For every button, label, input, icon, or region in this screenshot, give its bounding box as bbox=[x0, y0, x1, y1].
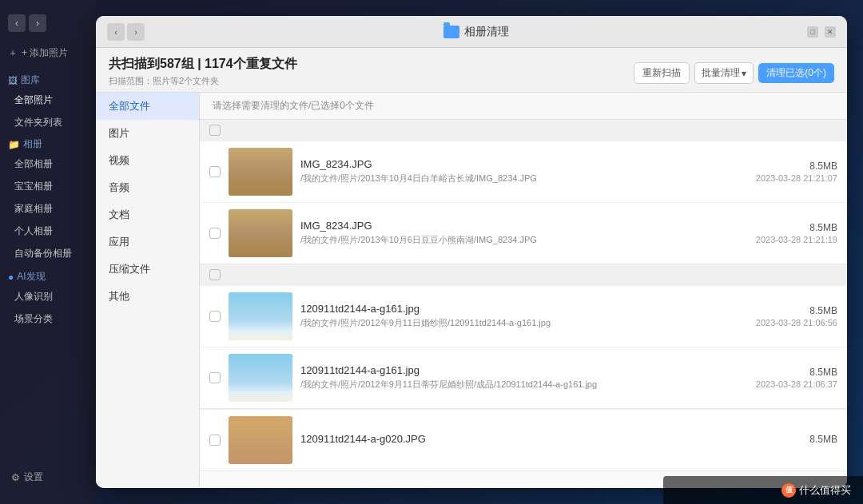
gear-icon: ⚙ bbox=[11, 472, 20, 483]
file-thumbnail bbox=[229, 209, 292, 257]
file-date: 2023-03-28 21:06:56 bbox=[756, 318, 837, 327]
file-list-header: 请选择需要清理的文件/已选择0个文件 bbox=[200, 93, 847, 120]
file-meta: 8.5MB 2023-03-28 21:06:37 bbox=[756, 367, 837, 389]
watermark-text: 什么值得买 bbox=[799, 483, 851, 498]
filter-other[interactable]: 其他 bbox=[96, 283, 199, 310]
file-checkbox[interactable] bbox=[209, 311, 221, 322]
file-path: /我的文件/照片/2012年9月11日婚纱照/120911td2144-a-g1… bbox=[300, 317, 748, 329]
file-checkbox[interactable] bbox=[209, 372, 221, 383]
filter-zip[interactable]: 压缩文件 bbox=[96, 256, 199, 283]
file-meta: 8.5MB bbox=[809, 434, 837, 446]
library-icon: 🖼 bbox=[8, 75, 18, 86]
sidebar-item-auto-backup[interactable]: 自动备份相册 bbox=[3, 243, 93, 264]
add-photos-button[interactable]: ＋ + 添加照片 bbox=[0, 42, 96, 64]
dup-group-1: IMG_8234.JPG /我的文件/照片/2013年10月4日白羊峪古长城/I… bbox=[200, 120, 847, 264]
sidebar-item-face-recognition[interactable]: 人像识别 bbox=[3, 286, 93, 308]
file-name: IMG_8234.JPG bbox=[300, 220, 748, 232]
content-area: 全部文件 图片 视频 音频 文档 应用 压缩文件 其他 请选择需要清理的文件/已… bbox=[96, 93, 847, 488]
sidebar-item-scene-classification[interactable]: 场景分类 bbox=[3, 308, 93, 330]
file-size: 8.5MB bbox=[756, 222, 837, 233]
file-path: /我的文件/照片/2012年9月11日蒂芬尼婚纱照/成品/120911td214… bbox=[300, 379, 748, 391]
filter-docs[interactable]: 文档 bbox=[96, 201, 199, 228]
file-info: 120911td2144-a-g161.jpg /我的文件/照片/2012年9月… bbox=[300, 364, 748, 391]
group-1-header bbox=[200, 120, 847, 141]
ai-section-label: ● AI发现 bbox=[0, 265, 96, 285]
action-buttons: 重新扫描 批量清理 ▾ 清理已选(0个) bbox=[634, 62, 834, 84]
file-item[interactable]: IMG_8234.JPG /我的文件/照片/2013年10月4日白羊峪古长城/I… bbox=[200, 141, 847, 202]
filter-panel: 全部文件 图片 视频 音频 文档 应用 压缩文件 其他 bbox=[96, 93, 200, 488]
sidebar-item-personal-album[interactable]: 个人相册 bbox=[3, 220, 93, 242]
file-info: IMG_8234.JPG /我的文件/照片/2013年10月6日豆豆小熊南湖/I… bbox=[300, 220, 748, 246]
group-2-checkbox[interactable] bbox=[209, 269, 221, 280]
file-size: 8.5MB bbox=[756, 161, 837, 172]
window-forward-button[interactable]: › bbox=[127, 23, 145, 41]
sidebar-item-family-album[interactable]: 家庭相册 bbox=[3, 198, 93, 220]
file-date: 2023-03-28 21:06:37 bbox=[756, 379, 837, 389]
window-title: 相册清理 bbox=[464, 25, 509, 39]
settings-button[interactable]: ⚙ 设置 bbox=[0, 466, 96, 488]
folder-icon bbox=[443, 26, 459, 38]
scan-header: 共扫描到587组 | 1174个重复文件 扫描范围：照片等2个文件夹 重新扫描 … bbox=[96, 48, 847, 93]
title-bar-right: □ ✕ bbox=[807, 26, 836, 38]
file-meta: 8.5MB 2023-03-28 21:06:56 bbox=[756, 305, 837, 327]
file-info: 120911td2144-a-g020.JPG bbox=[300, 433, 801, 447]
filter-apps[interactable]: 应用 bbox=[96, 228, 199, 256]
filter-videos[interactable]: 视频 bbox=[96, 147, 199, 174]
ai-icon: ● bbox=[8, 272, 14, 283]
album-icon: 📁 bbox=[8, 139, 20, 150]
filter-all-files[interactable]: 全部文件 bbox=[96, 93, 199, 120]
dup-group-2: 120911td2144-a-g161.jpg /我的文件/照片/2012年9月… bbox=[200, 264, 847, 409]
filter-audio[interactable]: 音频 bbox=[96, 174, 199, 201]
file-meta: 8.5MB 2023-03-28 21:21:07 bbox=[756, 161, 837, 183]
file-item[interactable]: IMG_8234.JPG /我的文件/照片/2013年10月6日豆豆小熊南湖/I… bbox=[200, 202, 847, 264]
minimize-button[interactable]: □ bbox=[807, 26, 818, 38]
file-size: 8.5MB bbox=[756, 367, 837, 378]
file-thumbnail bbox=[229, 354, 292, 402]
title-bar: ‹ › 相册清理 □ ✕ bbox=[96, 16, 847, 48]
file-list-panel: 请选择需要清理的文件/已选择0个文件 IMG_8234.JPG bbox=[200, 93, 847, 488]
file-name: IMG_8234.JPG bbox=[300, 158, 748, 170]
file-name: 120911td2144-a-g020.JPG bbox=[300, 433, 801, 445]
window-back-button[interactable]: ‹ bbox=[107, 23, 125, 41]
file-thumbnail bbox=[229, 416, 292, 464]
file-meta: 8.5MB 2023-03-28 21:21:19 bbox=[756, 222, 837, 244]
dropdown-arrow-icon: ▾ bbox=[742, 68, 746, 79]
sidebar-item-all-photos[interactable]: 全部照片 bbox=[3, 89, 93, 111]
file-checkbox[interactable] bbox=[209, 228, 221, 239]
file-item[interactable]: 120911td2144-a-g161.jpg /我的文件/照片/2012年9月… bbox=[200, 285, 847, 347]
sidebar-nav: ‹ › bbox=[0, 8, 96, 38]
sidebar-item-folder-list[interactable]: 文件夹列表 bbox=[3, 112, 93, 133]
batch-clean-button[interactable]: 批量清理 ▾ bbox=[694, 62, 754, 84]
file-size: 8.5MB bbox=[809, 434, 837, 445]
clean-selected-button[interactable]: 清理已选(0个) bbox=[758, 63, 834, 83]
album-section-label: 📁 相册 bbox=[0, 134, 96, 153]
file-info: 120911td2144-a-g161.jpg /我的文件/照片/2012年9月… bbox=[300, 303, 748, 329]
main-window: ‹ › 相册清理 □ ✕ 共扫描到587组 | 1174个重复文件 扫描范围：照… bbox=[96, 16, 847, 488]
sidebar-item-baby-album[interactable]: 宝宝相册 bbox=[3, 176, 93, 197]
scan-title: 共扫描到587组 | 1174个重复文件 bbox=[109, 56, 297, 73]
watermark-bar: 值 什么值得买 bbox=[663, 476, 863, 504]
title-bar-center: 相册清理 bbox=[443, 25, 509, 39]
file-thumbnail bbox=[229, 148, 292, 196]
group-1-checkbox[interactable] bbox=[209, 125, 221, 136]
file-checkbox[interactable] bbox=[209, 166, 221, 177]
filter-images[interactable]: 图片 bbox=[96, 120, 199, 147]
file-checkbox[interactable] bbox=[209, 435, 221, 446]
file-path: /我的文件/照片/2013年10月4日白羊峪古长城/IMG_8234.JPG bbox=[300, 173, 748, 185]
file-info: IMG_8234.JPG /我的文件/照片/2013年10月4日白羊峪古长城/I… bbox=[300, 158, 748, 185]
file-date: 2023-03-28 21:21:19 bbox=[756, 235, 837, 244]
plus-icon: ＋ bbox=[8, 46, 18, 60]
file-item[interactable]: 120911td2144-a-g020.JPG 8.5MB bbox=[200, 409, 847, 470]
sidebar: ‹ › ＋ + 添加照片 🖼 图库 全部照片 文件夹列表 📁 相册 全部相册 宝… bbox=[0, 0, 96, 504]
file-item[interactable]: 120911td2144-a-g161.jpg /我的文件/照片/2012年9月… bbox=[200, 347, 847, 408]
rescan-button[interactable]: 重新扫描 bbox=[634, 62, 690, 84]
group-2-header bbox=[200, 264, 847, 285]
nav-back-icon[interactable]: ‹ bbox=[8, 14, 26, 32]
nav-forward-icon[interactable]: › bbox=[29, 14, 46, 32]
file-thumbnail bbox=[229, 292, 292, 340]
file-name: 120911td2144-a-g161.jpg bbox=[300, 364, 748, 376]
sidebar-item-all-albums[interactable]: 全部相册 bbox=[3, 153, 93, 175]
file-name: 120911td2144-a-g161.jpg bbox=[300, 303, 748, 315]
close-button[interactable]: ✕ bbox=[825, 26, 836, 38]
file-path: /我的文件/照片/2013年10月6日豆豆小熊南湖/IMG_8234.JPG bbox=[300, 234, 748, 246]
